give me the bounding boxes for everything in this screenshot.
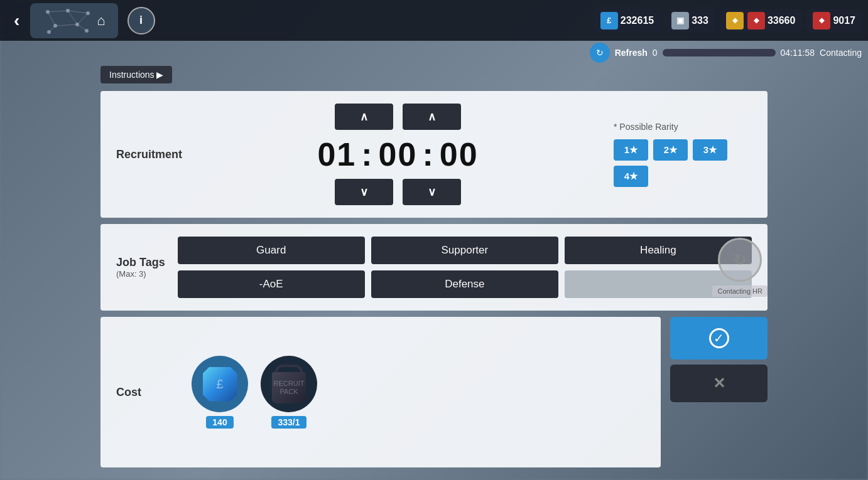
refresh-count: 0 [653,48,658,58]
job-tags-grid: Guard Supporter Healing -AoE Defense [178,237,752,298]
cost-item-crystal: £ 140 [192,356,248,429]
refresh-circle-icon: ↻ [733,250,747,270]
cost-label: Cost [116,386,179,399]
job-tags-label: Job Tags [116,256,165,269]
home-icon: ⌂ [97,13,105,29]
confirm-button[interactable]: ✓ [670,317,768,360]
currency-red: ◆ 9017 [806,9,862,32]
home-network-decoration [43,7,93,35]
bottom-section: Cost £ 140 [100,317,768,467]
rarity-row-2: 4★ [614,166,648,187]
cost-bag-icon: RECRUITPACK [261,356,317,412]
time-sep2: : [422,136,434,173]
time-minutes: 00 [379,136,418,173]
currency-gray-value: 333 [692,15,708,26]
rarity-section: * Possible Rarity 1★ 2★ 3★ 4★ [614,122,752,187]
time-controls: ∧ ∧ 01 : 00 : 00 ∨ ∨ [195,104,601,205]
home-button[interactable]: ⌂ [30,3,117,38]
time-sep1: : [361,136,373,173]
contacting-hr-group: ↻ Contacting HR [712,238,768,297]
svg-line-12 [49,26,55,32]
tag-supporter-button[interactable]: Supporter [371,237,558,264]
confirm-icon: ✓ [709,328,729,348]
svg-line-11 [55,24,77,26]
cost-bag-amount: 333/1 [271,416,306,429]
currency-red2-icon: ◆ [813,12,830,29]
cost-panel: Cost £ 140 [100,317,661,467]
job-tags-panel: Job Tags (Max: 3) Guard Supporter Healin… [100,224,768,311]
arrow-up-row: ∧ ∧ [335,104,461,130]
cost-crystal-amount: 140 [206,416,233,429]
tag-guard-button[interactable]: Guard [178,237,365,264]
currency-gold-value: 33660 [768,15,796,26]
info-button[interactable]: i [127,7,155,35]
refresh-label: Refresh [615,48,648,58]
cost-items: £ 140 RECRUITPACK [192,356,645,429]
currency-red-icon: ◆ [747,12,765,29]
back-button[interactable]: ‹ [6,8,27,34]
currency-gray-icon: ▣ [671,12,689,29]
job-tags-label-group: Job Tags (Max: 3) [116,256,165,279]
currency-blue-icon: £ [600,12,618,29]
rarity-title: * Possible Rarity [614,122,678,132]
tag-aoe-button[interactable]: -AoE [178,270,365,298]
currency-gold: ◈ ◆ 33660 [720,9,802,32]
arrow-down-row: ∨ ∨ [335,179,461,205]
timer-text: 04:11:58 [781,48,815,58]
job-tags-sublabel: (Max: 3) [116,269,165,279]
currency-gold-icon: ◈ [726,12,744,29]
hours-down-button[interactable]: ∨ [335,179,393,205]
cost-item-bag: RECRUITPACK 333/1 [261,356,317,429]
tag-defense-button[interactable]: Defense [371,270,558,298]
cancel-icon: ✕ [713,375,725,392]
instructions-label: Instructions ▶ [109,70,163,80]
contacting-hr-label: Contacting HR [712,285,768,297]
time-display: 01 : 00 : 00 [317,132,478,176]
currency-blue: £ 232615 [594,9,660,32]
svg-line-10 [68,11,77,24]
svg-line-14 [77,13,88,24]
minutes-down-button[interactable]: ∨ [403,179,461,205]
svg-line-8 [68,11,88,13]
rarity-3-button[interactable]: 3★ [693,139,727,161]
instructions-button[interactable]: Instructions ▶ [100,66,172,83]
rarity-1-button[interactable]: 1★ [614,139,648,161]
status-text: Contacting [820,48,862,58]
action-panel: ✓ ✕ [670,317,768,467]
svg-line-13 [77,24,87,31]
svg-line-9 [48,12,55,26]
instructions-row: Instructions ▶ [100,66,768,83]
top-bar: ‹ [0,0,868,41]
main-content: Instructions ▶ Recruitment ∧ ∧ 01 : 00 :… [100,66,768,467]
rarity-4-button[interactable]: 4★ [614,166,648,187]
cancel-button[interactable]: ✕ [670,365,768,402]
rarity-2-button[interactable]: 2★ [653,139,688,161]
currency-blue-value: 232615 [621,15,654,26]
hours-up-button[interactable]: ∧ [335,104,393,130]
currency-gray: ▣ 333 [665,9,715,32]
refresh-circle-button[interactable]: ↻ [718,238,762,282]
minutes-up-button[interactable]: ∧ [403,104,461,130]
time-hours: 01 [317,136,356,173]
top-bar-left: ‹ [6,3,155,38]
recruitment-label: Recruitment [116,148,182,161]
svg-line-7 [48,11,68,12]
top-bar-right: £ 232615 ▣ 333 ◈ ◆ 33660 ◆ 9017 [594,9,862,32]
currency-red-value: 9017 [833,15,855,26]
rarity-row-1: 1★ 2★ 3★ [614,139,727,161]
progress-bar [663,49,776,56]
time-seconds: 00 [440,136,479,173]
refresh-bar: ↻ Refresh 0 04:11:58 Contacting [590,43,862,63]
cost-crystal-icon: £ [192,356,248,412]
recruitment-panel: Recruitment ∧ ∧ 01 : 00 : 00 ∨ ∨ * Possi… [100,91,768,218]
refresh-icon[interactable]: ↻ [590,43,610,63]
